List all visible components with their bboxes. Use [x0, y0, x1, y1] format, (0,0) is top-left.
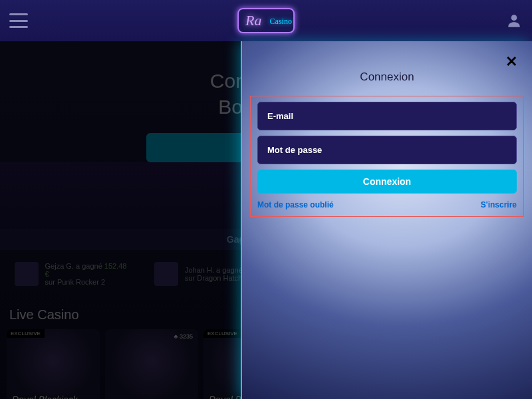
svg-point-0: [511, 15, 517, 21]
forgot-password-link[interactable]: Mot de passe oublié: [257, 200, 334, 209]
email-field[interactable]: [257, 102, 517, 130]
login-panel: ✕ Connexion Connexion Mot de passe oubli…: [241, 41, 532, 399]
profile-icon[interactable]: [505, 12, 523, 29]
logo[interactable]: Ra Casino: [237, 8, 295, 33]
login-form: Connexion Mot de passe oublié S'inscrire: [250, 96, 524, 217]
logo-top: Casino: [270, 17, 292, 26]
menu-icon[interactable]: [9, 13, 28, 28]
login-button[interactable]: Connexion: [257, 170, 517, 194]
password-field[interactable]: [257, 136, 517, 164]
panel-title: Connexion: [242, 70, 532, 84]
logo-main: Ra: [245, 12, 261, 29]
header: Ra Casino: [0, 0, 532, 41]
signup-link[interactable]: S'inscrire: [481, 200, 517, 209]
close-icon[interactable]: ✕: [505, 53, 517, 70]
